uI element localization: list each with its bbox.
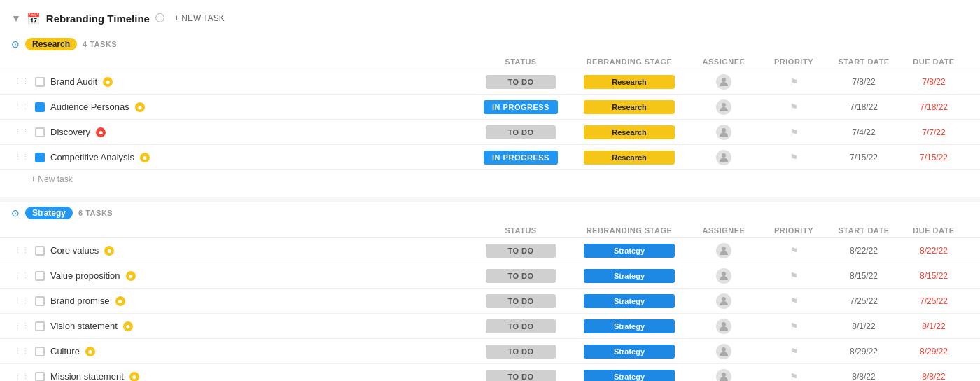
- svg-point-7: [722, 322, 726, 326]
- priority-flag-icon[interactable]: ⚑: [790, 245, 799, 256]
- assignee-icon[interactable]: [716, 125, 732, 140]
- new-task-button[interactable]: + NEW TASK: [170, 11, 229, 25]
- task-name: Competitive Analysis: [50, 152, 134, 162]
- stage-badge[interactable]: Research: [584, 100, 675, 114]
- task-checkbox[interactable]: [35, 127, 45, 137]
- drag-handle[interactable]: ⋮⋮: [14, 321, 29, 331]
- stage-badge[interactable]: Strategy: [584, 345, 675, 359]
- drag-handle[interactable]: ⋮⋮: [14, 102, 29, 111]
- svg-point-6: [722, 297, 726, 301]
- task-indicator[interactable]: ●: [130, 372, 139, 382]
- start-date-cell: 8/15/22: [829, 271, 899, 281]
- header-chevron-icon[interactable]: ▼: [11, 13, 21, 24]
- research-new-task-link[interactable]: + New task: [0, 170, 980, 191]
- stage-badge[interactable]: Strategy: [584, 244, 675, 258]
- task-checkbox[interactable]: [35, 347, 45, 356]
- col-assignee-research: ASSIGNEE: [689, 57, 759, 66]
- priority-flag-icon[interactable]: ⚑: [790, 76, 799, 88]
- task-indicator[interactable]: ●: [123, 321, 133, 331]
- col-duedate-research: DUE DATE: [899, 57, 969, 66]
- drag-handle[interactable]: ⋮⋮: [14, 347, 29, 356]
- stage-badge[interactable]: Strategy: [584, 370, 675, 382]
- task-indicator[interactable]: ●: [140, 153, 150, 162]
- task-checkbox[interactable]: [35, 153, 45, 162]
- task-checkbox[interactable]: [35, 77, 45, 87]
- start-date-cell: 8/29/22: [829, 347, 899, 356]
- drag-handle[interactable]: ⋮⋮: [14, 77, 29, 86]
- status-badge[interactable]: TO DO: [486, 294, 556, 308]
- priority-flag-icon[interactable]: ⚑: [790, 102, 799, 113]
- stage-cell: Strategy: [570, 319, 689, 333]
- task-indicator[interactable]: ●: [85, 347, 95, 356]
- assignee-icon[interactable]: [716, 293, 732, 309]
- task-name: Culture: [50, 346, 80, 356]
- task-checkbox[interactable]: [35, 102, 45, 112]
- task-indicator[interactable]: ●: [126, 271, 136, 281]
- stage-badge[interactable]: Research: [584, 151, 675, 165]
- drag-handle[interactable]: ⋮⋮: [14, 153, 29, 162]
- assignee-icon[interactable]: [716, 150, 732, 165]
- priority-flag-icon[interactable]: ⚑: [790, 371, 799, 382]
- drag-handle[interactable]: ⋮⋮: [14, 127, 29, 137]
- task-name-cell: ⋮⋮ Culture ●: [11, 346, 472, 356]
- priority-flag-icon[interactable]: ⚑: [790, 127, 799, 138]
- task-name: Core values: [50, 245, 99, 256]
- task-indicator[interactable]: ●: [104, 246, 114, 256]
- info-icon[interactable]: ⓘ: [155, 12, 164, 25]
- task-indicator[interactable]: ●: [103, 77, 113, 87]
- task-name: Brand promise: [50, 296, 110, 306]
- task-name-cell: ⋮⋮ Value proposition ●: [11, 270, 472, 281]
- task-indicator[interactable]: ●: [96, 127, 106, 137]
- priority-flag-icon[interactable]: ⚑: [790, 152, 799, 163]
- priority-flag-icon[interactable]: ⚑: [790, 270, 799, 282]
- drag-handle[interactable]: ⋮⋮: [14, 296, 29, 305]
- task-indicator[interactable]: ●: [115, 296, 125, 306]
- assignee-icon[interactable]: [716, 268, 732, 284]
- priority-flag-icon[interactable]: ⚑: [790, 346, 799, 357]
- drag-handle[interactable]: ⋮⋮: [14, 372, 29, 381]
- stage-badge[interactable]: Research: [584, 125, 675, 139]
- start-date-cell: 7/18/22: [829, 102, 899, 112]
- priority-flag-icon[interactable]: ⚑: [790, 321, 799, 332]
- assignee-icon[interactable]: [716, 243, 732, 258]
- task-name: Vision statement: [50, 321, 118, 331]
- due-date-cell: 8/1/22: [899, 321, 969, 331]
- task-checkbox[interactable]: [35, 246, 45, 256]
- task-name-cell: ⋮⋮ Discovery ●: [11, 127, 472, 137]
- drag-handle[interactable]: ⋮⋮: [14, 271, 29, 280]
- status-badge[interactable]: TO DO: [486, 75, 556, 89]
- task-indicator[interactable]: ●: [135, 102, 145, 112]
- assignee-icon[interactable]: [716, 99, 732, 115]
- status-badge[interactable]: TO DO: [486, 244, 556, 258]
- status-badge[interactable]: TO DO: [486, 269, 556, 283]
- stage-badge[interactable]: Research: [584, 75, 675, 89]
- status-badge[interactable]: TO DO: [486, 345, 556, 359]
- stage-badge[interactable]: Strategy: [584, 269, 675, 283]
- status-badge[interactable]: IN PROGRESS: [484, 100, 558, 114]
- status-badge[interactable]: TO DO: [486, 125, 556, 139]
- strategy-badge[interactable]: Strategy: [25, 207, 73, 219]
- table-row: ⋮⋮ Brand promise ● TO DO Strategy ⚑ 7/25…: [0, 289, 980, 314]
- assignee-icon[interactable]: [716, 319, 732, 334]
- stage-badge[interactable]: Strategy: [584, 294, 675, 308]
- assignee-icon[interactable]: [716, 344, 732, 359]
- status-badge[interactable]: IN PROGRESS: [484, 151, 558, 165]
- research-badge[interactable]: Research: [25, 38, 77, 50]
- task-checkbox[interactable]: [35, 296, 45, 306]
- strategy-chevron-icon[interactable]: ⊙: [11, 207, 20, 219]
- col-status-strategy: STATUS: [472, 226, 570, 235]
- status-badge[interactable]: TO DO: [486, 319, 556, 333]
- task-checkbox[interactable]: [35, 372, 45, 382]
- drag-handle[interactable]: ⋮⋮: [14, 246, 29, 255]
- research-chevron-icon[interactable]: ⊙: [11, 39, 20, 50]
- assignee-icon[interactable]: [716, 369, 732, 382]
- task-checkbox[interactable]: [35, 271, 45, 281]
- stage-badge[interactable]: Strategy: [584, 319, 675, 333]
- priority-flag-icon[interactable]: ⚑: [790, 296, 799, 307]
- assignee-icon[interactable]: [716, 74, 732, 90]
- start-date: 8/15/22: [850, 271, 878, 281]
- status-badge[interactable]: TO DO: [486, 370, 556, 382]
- task-name-cell: ⋮⋮ Brand Audit ●: [11, 76, 472, 87]
- task-checkbox[interactable]: [35, 321, 45, 331]
- start-date-cell: 8/22/22: [829, 246, 899, 256]
